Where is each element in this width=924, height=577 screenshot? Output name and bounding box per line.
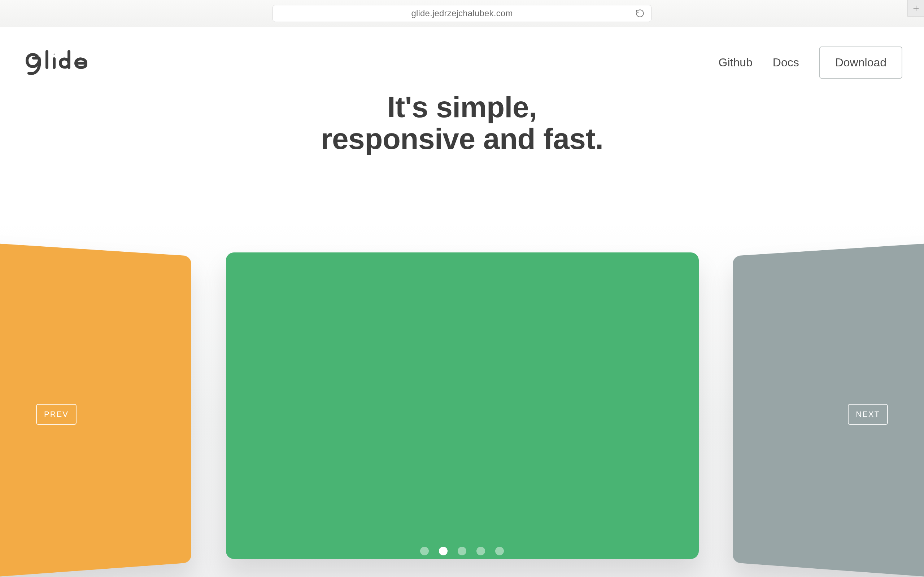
carousel-slide-next[interactable] <box>733 224 924 577</box>
page-content: Github Docs Download It's simple, respon… <box>0 27 924 577</box>
svg-point-2 <box>54 54 55 55</box>
browser-toolbar: glide.jedrzejchalubek.com <box>0 0 924 27</box>
site-header: Github Docs Download <box>0 27 924 81</box>
carousel-bullet-0[interactable] <box>420 547 429 555</box>
download-button[interactable]: Download <box>819 47 902 79</box>
carousel-bullet-3[interactable] <box>477 547 485 555</box>
carousel-next-button[interactable]: NEXT <box>848 404 888 425</box>
carousel-slide-active[interactable] <box>226 253 699 559</box>
carousel-bullet-1[interactable] <box>439 547 447 555</box>
address-url: glide.jedrzejchalubek.com <box>411 8 512 18</box>
hero-line-2: responsive and fast. <box>321 122 604 155</box>
hero-line-1: It's simple, <box>387 90 537 123</box>
reload-icon[interactable] <box>635 9 645 18</box>
carousel-prev-button[interactable]: PREV <box>36 404 76 425</box>
address-bar[interactable]: glide.jedrzejchalubek.com <box>273 5 651 22</box>
new-tab-button[interactable] <box>908 0 924 16</box>
carousel-bullet-2[interactable] <box>458 547 466 555</box>
nav-link-github[interactable]: Github <box>719 56 753 69</box>
main-nav: Github Docs Download <box>719 47 903 79</box>
carousel-slide-prev[interactable] <box>0 224 191 577</box>
carousel-bullet-4[interactable] <box>495 547 504 555</box>
nav-link-docs[interactable]: Docs <box>773 56 799 69</box>
hero-title: It's simple, responsive and fast. <box>0 91 924 154</box>
carousel-bullets <box>420 547 504 555</box>
logo[interactable] <box>22 44 97 81</box>
carousel: PREV NEXT <box>0 224 924 577</box>
